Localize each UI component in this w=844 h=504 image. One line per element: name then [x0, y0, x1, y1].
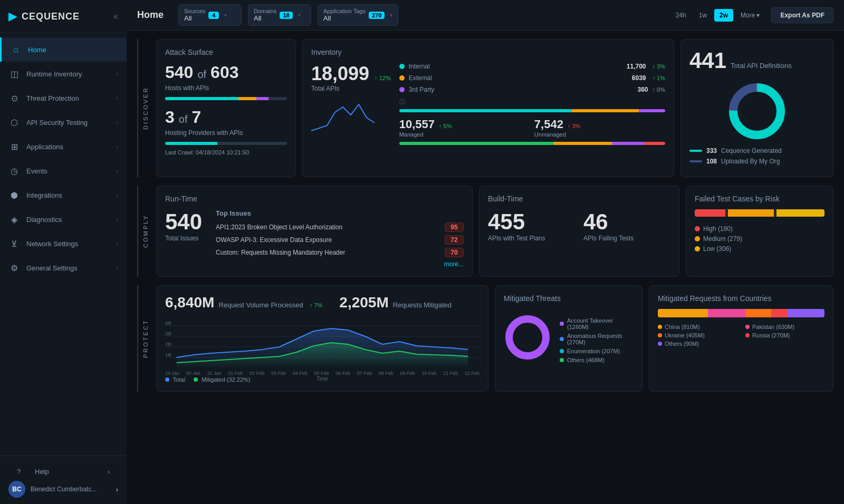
- threat-item-3: Others (468M): [560, 357, 634, 363]
- threat-legend: Account Takeover (1260M) Anomalous Reque…: [560, 317, 634, 366]
- hosts-label: Hosts with APIs: [165, 84, 287, 92]
- time-more-button[interactable]: More ▾: [735, 9, 765, 22]
- thirdparty-label: 3rd Party: [409, 86, 634, 93]
- external-value: 6039: [632, 74, 646, 82]
- risk-legend: High (180) Medium (279) Low (306): [695, 225, 824, 253]
- sidebar: ▶ CEQUENCE « ⌂ Home ◫ Runtime Inventory …: [0, 0, 127, 504]
- pakistan-dot: [745, 325, 750, 329]
- hosts-progress-bar: [165, 97, 287, 100]
- runtime-card: Run-Time 540 Total Issues Top Issues API…: [156, 186, 473, 277]
- time-btn-2w[interactable]: 2w: [714, 9, 733, 22]
- sidebar-item-label: Home: [28, 46, 118, 54]
- sidebar-item-general-settings[interactable]: ⚙ General Settings ›: [0, 256, 127, 280]
- progress-segment-amber: [238, 97, 257, 100]
- issue-count-0: 95: [445, 222, 464, 232]
- others-countries-dot: [658, 342, 662, 346]
- chevron-right-icon: ›: [108, 468, 110, 476]
- export-pdf-button[interactable]: Export As PDF: [771, 7, 833, 23]
- sidebar-item-label: API Security Testing: [26, 119, 116, 127]
- country-china: China (810M): [658, 324, 737, 330]
- chart-x-labels: 29 Jan30 Jan31 Jan01 Feb 02 Feb03 Feb04 …: [165, 371, 479, 376]
- buildtime-inner: 455 APIs with Test Plans 46 APIs Failing…: [488, 209, 670, 242]
- info-icon: ⓘ: [399, 99, 405, 105]
- page-title: Home: [137, 9, 164, 21]
- comply-cards: Run-Time 540 Total Issues Top Issues API…: [156, 186, 833, 277]
- others-label: Others (468M): [567, 357, 605, 363]
- risk-dot-low: [695, 246, 700, 251]
- protect-label: Protect: [137, 285, 150, 392]
- risk-low-label: Low (306): [703, 245, 731, 253]
- volume-trend: ↑ 7%: [310, 302, 322, 308]
- total-issues-number: 540: [165, 209, 207, 235]
- sources-filter[interactable]: Sources All 4 ▾: [178, 4, 242, 26]
- sidebar-item-runtime-inventory[interactable]: ◫ Runtime Inventory ›: [0, 62, 127, 86]
- unmanaged-item: 7,542 ↑ 3% Unmanaged: [534, 118, 665, 138]
- app-tags-filter-value: All: [323, 14, 366, 22]
- sidebar-item-diagnostics[interactable]: ◈ Diagnostics ›: [0, 207, 127, 231]
- sidebar-item-events[interactable]: ◷ Events ›: [0, 159, 127, 183]
- domains-filter[interactable]: Domains All 18 ▾: [248, 4, 311, 26]
- inventory-card: Inventory 18,099 ↑ 12% Total APIs: [302, 39, 674, 177]
- sidebar-logo: ▶ CEQUENCE «: [0, 0, 127, 33]
- sidebar-item-home[interactable]: ⌂ Home: [0, 37, 127, 62]
- runtime-inventory-icon: ◫: [8, 68, 20, 80]
- more-issues-link[interactable]: more...: [216, 260, 464, 268]
- attack-surface-card: Attack Surface 540 of 603 Hosts with API…: [156, 39, 296, 177]
- issue-label-0: API1:2023 Broken Object Level Authorizat…: [216, 224, 440, 231]
- managed-bar3: [612, 142, 644, 145]
- time-btn-1w[interactable]: 1w: [694, 9, 712, 22]
- volume-card: 6,840M Request Volume Processed ↑ 7% 2,2…: [156, 285, 488, 392]
- time-btn-24h[interactable]: 24h: [670, 9, 692, 22]
- ukraine-bar: [746, 309, 771, 317]
- thirdparty-bar: [639, 109, 665, 112]
- mitigated-col: 2,205M Requests Mitigated: [339, 294, 452, 311]
- app-tags-filter[interactable]: Application Tags All 270 ▾: [318, 4, 398, 26]
- sidebar-item-api-security-testing[interactable]: ⬡ API Security Testing ›: [0, 110, 127, 134]
- inventory-chart: [311, 96, 375, 133]
- sidebar-item-threat-protection[interactable]: ⊙ Threat Protection ›: [0, 86, 127, 110]
- sidebar-item-integrations[interactable]: ⬢ Integrations ›: [0, 183, 127, 207]
- mitigated-threats-title: Mitigated Threats: [504, 294, 634, 303]
- managed-trend: ↑ 5%: [439, 123, 452, 129]
- issue-label-1: OWASP API-3: Excessive Data Exposure: [216, 236, 440, 244]
- protect-section: Protect 6,840M Request Volume Processed …: [137, 285, 833, 392]
- issue-row-1: OWASP API-3: Excessive Data Exposure 72: [216, 235, 464, 245]
- volume-col: 6,840M Request Volume Processed ↑ 7%: [165, 294, 322, 311]
- help-label: Help: [35, 468, 49, 476]
- threat-item-2: Enumeration (207M): [560, 348, 634, 354]
- account-takeover-dot: [560, 322, 564, 326]
- buildtime-title: Build-Time: [488, 195, 670, 203]
- enumeration-dot: [560, 349, 564, 353]
- thirdparty-trend: ↑ 0%: [653, 86, 665, 93]
- user-initials: BC: [12, 486, 21, 493]
- chevron-down-icon: ▾: [390, 12, 392, 18]
- progress-seg-teal: [165, 142, 217, 145]
- user-profile[interactable]: BC Benedict Cumberbatc... ›: [8, 481, 118, 498]
- time-filter-group: 24h 1w 2w More ▾: [670, 9, 765, 22]
- sidebar-item-applications[interactable]: ⊞ Applications ›: [0, 134, 127, 159]
- donut-legend-uploaded: 108 Uploaded By My Org: [689, 158, 824, 165]
- chevron-down-icon: ▾: [298, 12, 301, 18]
- user-avatar: BC: [8, 481, 25, 498]
- ukraine-dot: [658, 333, 662, 337]
- topbar: Home Sources All 4 ▾ Domains All 18 ▾ Ap…: [127, 0, 844, 31]
- thirdparty-dot: [399, 87, 405, 92]
- help-icon: ?: [17, 468, 28, 476]
- issue-count-2: 70: [445, 248, 464, 257]
- issue-label-2: Custom: Requests Missing Mandatory Heade…: [216, 249, 440, 256]
- country-others: Others (90M): [658, 341, 737, 347]
- main-content: Home Sources All 4 ▾ Domains All 18 ▾ Ap…: [127, 0, 844, 504]
- issue-row-2: Custom: Requests Missing Mandatory Heade…: [216, 248, 464, 257]
- help-item[interactable]: ? Help ›: [8, 462, 118, 481]
- chevron-right-icon: ›: [116, 95, 118, 101]
- threat-item-0: Account Takeover (1260M): [560, 317, 634, 330]
- external-bar: [572, 109, 638, 112]
- anomalous-label: Anomalous Requests (270M): [567, 333, 634, 345]
- country-legend: China (810M) Pakistan (630M) Ukraine (40…: [658, 324, 824, 347]
- risk-dot-medium: [695, 236, 700, 241]
- runtime-title: Run-Time: [165, 195, 464, 203]
- sidebar-item-network-settings[interactable]: ⊻ Network Settings ›: [0, 231, 127, 256]
- others-dot: [560, 358, 564, 362]
- protect-cards: 6,840M Request Volume Processed ↑ 7% 2,2…: [156, 285, 833, 392]
- collapse-button[interactable]: «: [113, 12, 118, 21]
